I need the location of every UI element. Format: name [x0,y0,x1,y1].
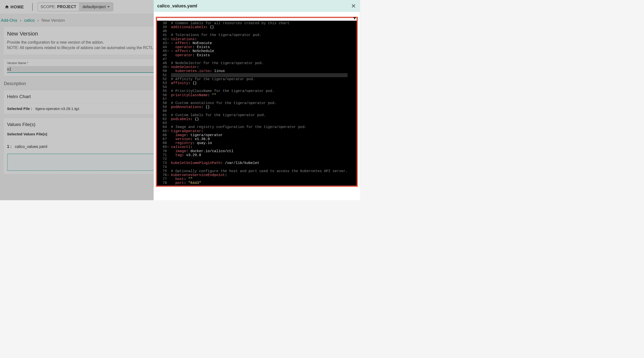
code-editor[interactable]: 3839404142434445464748495051525354555657… [156,17,358,187]
yaml-viewer-drawer: calico_values.yaml 383940414243444546474… [154,0,360,200]
line-gutter: 3839404142434445464748495051525354555657… [157,21,168,186]
code-content[interactable]: # Common labels for all resources create… [168,21,348,186]
close-button[interactable] [351,3,356,9]
drawer-title: calico_values.yaml [157,3,197,9]
close-icon [351,4,356,8]
drawer-header: calico_values.yaml [154,0,360,12]
